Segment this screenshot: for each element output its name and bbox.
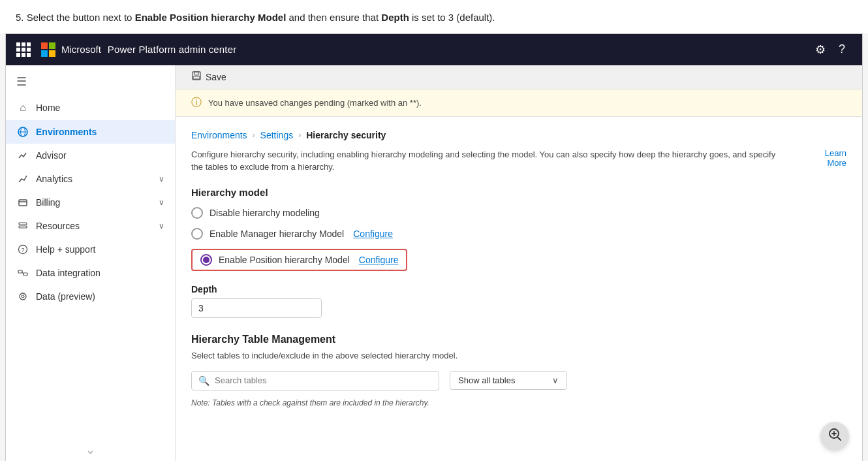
search-tables-input[interactable] <box>215 375 432 385</box>
svg-rect-14 <box>193 72 200 80</box>
microsoft-logo <box>41 42 55 56</box>
radio-position-label: Enable Position hierarchy Model <box>219 255 350 265</box>
filter-dropdown-label: Show all tables <box>458 375 515 385</box>
main-content: Save ⓘ You have unsaved changes pending … <box>176 65 862 462</box>
radio-disable-circle <box>191 207 203 219</box>
data-preview-icon <box>16 291 29 302</box>
hierarchy-table-heading: Hierarchy Table Management <box>191 334 846 345</box>
sidebar-item-advisor[interactable]: Advisor <box>6 144 175 167</box>
warning-text: You have unsaved changes pending (marked… <box>208 98 422 108</box>
note-text: Note: Tables with a check against them a… <box>191 398 846 407</box>
radio-group: Disable hierarchy modeling Enable Manage… <box>191 207 846 271</box>
depth-input[interactable] <box>191 298 322 318</box>
advisor-icon <box>16 150 29 161</box>
settings-button[interactable]: ⚙ <box>809 42 832 57</box>
radio-disable-label: Disable hierarchy modeling <box>209 208 320 218</box>
body-area: ☰ ⌂ Home Environments Advisor <box>6 65 862 462</box>
zoom-button[interactable] <box>820 422 849 451</box>
breadcrumb-environments[interactable]: Environments <box>191 130 247 140</box>
svg-rect-15 <box>194 72 198 75</box>
position-configure-link[interactable]: Configure <box>359 255 399 265</box>
breadcrumb-settings[interactable]: Settings <box>260 130 294 140</box>
breadcrumb-current: Hierarchy security <box>306 130 386 140</box>
help-support-icon: ? <box>16 244 29 255</box>
breadcrumb: Environments › Settings › Hierarchy secu… <box>191 130 846 140</box>
sidebar-item-billing[interactable]: Billing ∨ <box>6 191 175 214</box>
instruction-text-after: is set to 3 (default). <box>409 12 495 23</box>
save-icon <box>191 71 202 84</box>
save-toolbar: Save <box>176 65 862 89</box>
sidebar-item-environments[interactable]: Environments <box>6 120 175 144</box>
search-filter-row: 🔍 Show all tables ∨ <box>191 371 846 390</box>
app-name: Power Platform admin center <box>108 44 236 55</box>
waffle-button[interactable] <box>16 42 31 57</box>
svg-rect-10 <box>23 273 27 276</box>
instruction-bold1: Enable Position hierarchy Model <box>135 12 287 23</box>
home-icon: ⌂ <box>16 102 29 114</box>
analytics-icon <box>16 174 29 184</box>
learn-more-link[interactable]: LearnMore <box>825 148 846 168</box>
depth-label: Depth <box>191 284 846 294</box>
svg-text:?: ? <box>22 247 25 253</box>
radio-manager-circle <box>191 228 203 240</box>
manager-configure-link[interactable]: Configure <box>353 229 393 239</box>
sidebar-item-data-preview[interactable]: Data (preview) <box>6 285 175 308</box>
depth-section: Depth <box>191 284 846 318</box>
radio-position-circle <box>200 254 212 266</box>
chevron-down-icon: ∨ <box>159 198 164 207</box>
svg-rect-5 <box>19 223 27 225</box>
instruction-bar: 5. Select the button next to Enable Posi… <box>0 0 868 33</box>
sidebar-item-data-integration[interactable]: Data integration <box>6 261 175 285</box>
position-highlight-box: Enable Position hierarchy Model Configur… <box>191 249 407 271</box>
instruction-text-middle: and then ensure that <box>286 12 381 23</box>
zoom-button-wrapper <box>820 422 849 451</box>
chevron-down-icon: ∨ <box>552 375 559 385</box>
instruction-bold2: Depth <box>381 12 409 23</box>
content-area: Environments › Settings › Hierarchy secu… <box>176 117 862 462</box>
app-container: Microsoft Power Platform admin center ⚙ … <box>5 33 863 462</box>
sidebar-item-label: Resources <box>36 221 159 231</box>
resources-icon <box>16 221 29 231</box>
top-nav: Microsoft Power Platform admin center ⚙ … <box>6 34 862 65</box>
sidebar-item-label: Home <box>36 103 164 113</box>
svg-rect-16 <box>193 76 200 79</box>
svg-line-18 <box>838 437 841 441</box>
radio-option-manager[interactable]: Enable Manager hierarchy Model Configure <box>191 228 846 240</box>
hierarchy-table-desc: Select tables to include/exclude in the … <box>191 351 846 360</box>
description-row: Configure hierarchy security, including … <box>191 148 846 174</box>
sidebar-item-resources[interactable]: Resources ∨ <box>6 214 175 238</box>
svg-rect-6 <box>19 226 27 228</box>
svg-point-13 <box>22 295 24 298</box>
radio-option-disable[interactable]: Disable hierarchy modeling <box>191 207 846 219</box>
sidebar-scroll-down: ⌄ <box>6 436 175 462</box>
sidebar-item-analytics[interactable]: Analytics ∨ <box>6 167 175 191</box>
environments-icon <box>16 127 29 137</box>
sidebar-item-home[interactable]: ⌂ Home <box>6 95 175 120</box>
sidebar-item-label: Analytics <box>36 174 159 184</box>
sidebar-item-label: Data (preview) <box>36 291 164 302</box>
warning-bar: ⓘ You have unsaved changes pending (mark… <box>176 89 862 117</box>
chevron-down-icon: ∨ <box>159 221 164 230</box>
billing-icon <box>16 197 29 208</box>
radio-manager-label: Enable Manager hierarchy Model <box>209 229 344 239</box>
save-label: Save <box>206 72 226 82</box>
sidebar-item-label: Data integration <box>36 268 164 278</box>
search-icon: 🔍 <box>198 375 209 386</box>
svg-rect-9 <box>18 270 22 273</box>
warning-icon: ⓘ <box>191 96 202 110</box>
breadcrumb-sep2: › <box>298 131 301 140</box>
sidebar-item-label: Environments <box>36 127 164 137</box>
zoom-icon <box>828 427 842 445</box>
radio-option-position[interactable]: Enable Position hierarchy Model Configur… <box>191 249 846 271</box>
save-button[interactable]: Save <box>191 71 226 84</box>
sidebar: ☰ ⌂ Home Environments Advisor <box>6 65 176 462</box>
help-button[interactable]: ? <box>832 42 852 56</box>
filter-dropdown[interactable]: Show all tables ∨ <box>450 371 567 390</box>
svg-point-12 <box>20 293 26 300</box>
sidebar-collapse-button[interactable]: ☰ <box>6 68 175 95</box>
sidebar-item-label: Advisor <box>36 150 164 161</box>
svg-rect-3 <box>19 200 27 206</box>
sidebar-item-help-support[interactable]: ? Help + support <box>6 238 175 261</box>
search-box[interactable]: 🔍 <box>191 371 439 390</box>
breadcrumb-sep1: › <box>253 131 255 140</box>
